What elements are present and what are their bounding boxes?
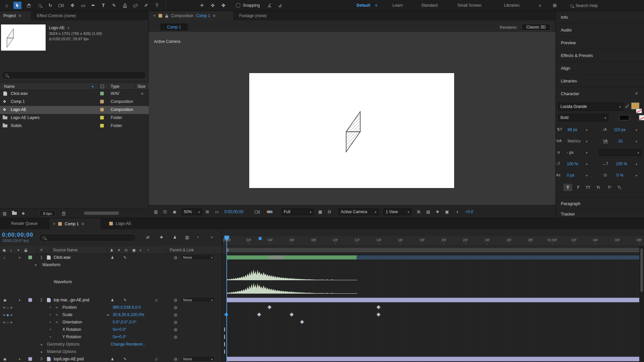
- property-row-material-options[interactable]: ▸ Material Options: [0, 348, 644, 355]
- waveform-expand-arrow-icon[interactable]: ▾: [35, 261, 37, 268]
- zoom-tool-icon[interactable]: [36, 2, 44, 9]
- home-icon[interactable]: ⌂: [3, 2, 11, 9]
- column-size[interactable]: Size: [138, 84, 145, 89]
- composition-nav-icon[interactable]: ▥: [154, 205, 158, 218]
- interpret-footage-icon[interactable]: ▥: [3, 208, 6, 218]
- pick-whip-icon[interactable]: ◎: [174, 254, 177, 261]
- hand-tool-icon[interactable]: [25, 2, 33, 9]
- motion-blur-icon[interactable]: ◔: [197, 235, 199, 240]
- tab-effect-controls[interactable]: Effect Controls (none): [37, 13, 76, 18]
- timeline-timecode[interactable]: 0;00;00;00: [2, 232, 33, 238]
- keyframe-diamond[interactable]: [267, 305, 272, 309]
- new-folder-icon[interactable]: [12, 212, 17, 215]
- constrain-proportions-icon[interactable]: ∞: [107, 311, 109, 318]
- vertical-scale-value[interactable]: 100 %: [567, 162, 578, 166]
- property-row-geometry-options[interactable]: ▸ Geometry Options Change Renderer...: [0, 341, 644, 348]
- keyframe-diamond[interactable]: [300, 320, 304, 324]
- hide-shy-layers-icon[interactable]: ♟: [173, 235, 177, 240]
- workspace-tab-default[interactable]: Default: [357, 3, 370, 8]
- property-name[interactable]: Material Options: [47, 348, 76, 355]
- snap-angle-icon[interactable]: ∠: [266, 2, 274, 9]
- stroke-style-dropdown[interactable]: [599, 149, 641, 156]
- expand-arrow-icon[interactable]: ▸: [41, 341, 43, 348]
- panel-audio[interactable]: Audio: [555, 24, 644, 37]
- panel-character[interactable]: Character: [555, 87, 644, 100]
- fast-previews-icon[interactable]: ▤: [426, 205, 430, 218]
- rasterize-switch-icon[interactable]: ✎: [123, 296, 126, 304]
- roto-brush-tool-icon[interactable]: ✐: [142, 2, 150, 9]
- panel-menu-icon[interactable]: ≡: [82, 222, 84, 226]
- video-enabled-icon[interactable]: ◉: [3, 296, 7, 304]
- project-row[interactable]: ❖ Comp 1 Composition: [0, 98, 149, 106]
- view-axis-mode-icon[interactable]: ✤: [219, 2, 227, 9]
- mask-visibility-icon[interactable]: ▭: [215, 205, 219, 218]
- property-row-position[interactable]: ◀◇▶ ◔ ≈ Position 960.0,538.5,0.0 ◎: [0, 304, 644, 311]
- puppet-pin-tool-icon[interactable]: [153, 2, 161, 9]
- layer-bar[interactable]: [226, 357, 642, 361]
- faux-bold-button[interactable]: T: [564, 184, 572, 191]
- layer-color-chip[interactable]: [28, 357, 32, 361]
- selection-tool-icon[interactable]: [13, 2, 21, 9]
- property-name[interactable]: Position: [62, 304, 77, 311]
- keyframe-diamond[interactable]: [257, 312, 261, 317]
- prev-keyframe-icon[interactable]: ◀: [3, 321, 5, 324]
- project-row[interactable]: Logo-AE Layers Folder: [0, 114, 149, 122]
- property-value[interactable]: 30.6,30.6,100.0%: [113, 311, 144, 318]
- rasterize-switch-icon[interactable]: ✎: [123, 254, 126, 261]
- property-name[interactable]: X Rotation: [62, 326, 81, 333]
- stroke-width-value[interactable]: - px: [567, 150, 574, 155]
- clone-stamp-tool-icon[interactable]: [121, 2, 129, 9]
- tracking-caret-icon[interactable]: [635, 139, 637, 143]
- workspace-tab-standard[interactable]: Standard: [421, 3, 438, 8]
- exposure-icon[interactable]: ◐: [457, 205, 459, 218]
- composition-canvas[interactable]: [249, 73, 454, 188]
- timeline-marker[interactable]: [259, 237, 262, 240]
- label-color-chip[interactable]: [100, 116, 104, 120]
- expand-arrow-icon[interactable]: ▸: [41, 348, 43, 355]
- renderer-button[interactable]: Classic 3D: [522, 24, 550, 31]
- eraser-tool-icon[interactable]: [131, 2, 140, 9]
- graph-editor-icon[interactable]: ≈: [211, 235, 213, 240]
- waveform-toggle-row[interactable]: ▾ Waveform: [0, 261, 644, 268]
- panel-menu-icon[interactable]: ≡: [18, 13, 21, 18]
- magnification-dropdown[interactable]: 50%: [181, 208, 202, 215]
- snap-edge-icon[interactable]: ⊿: [276, 2, 284, 9]
- audio-enabled-icon[interactable]: ♪: [3, 254, 5, 261]
- layer-color-chip[interactable]: [28, 255, 32, 259]
- pan-behind-tool-icon[interactable]: ✥: [68, 2, 76, 9]
- label-color-chip[interactable]: [100, 100, 104, 104]
- property-name[interactable]: Scale: [62, 311, 72, 318]
- layer-row[interactable]: ♪ ▾ 1 Click.wav ♟ ✎ ◎ None: [0, 254, 644, 261]
- stroke-width-swatch[interactable]: [619, 115, 629, 120]
- panel-tracker[interactable]: Tracker: [555, 210, 644, 218]
- viewer-timecode[interactable]: 0;00;00;00: [224, 205, 244, 218]
- label-color-chip[interactable]: [100, 108, 104, 112]
- snapping-checkbox[interactable]: [236, 3, 240, 7]
- column-parent-link[interactable]: Parent & Link: [170, 246, 194, 254]
- timeline-search-input[interactable]: [39, 234, 136, 242]
- all-caps-button[interactable]: TT: [584, 184, 592, 191]
- baseline-shift-value[interactable]: 0 px: [567, 173, 575, 178]
- pen-tool-icon[interactable]: ✒: [89, 2, 97, 9]
- layer-name[interactable]: top/Logo-AE.psd: [54, 355, 84, 362]
- three-d-layer-icon[interactable]: ◇: [155, 355, 158, 362]
- pick-whip-icon[interactable]: ◎: [174, 311, 177, 318]
- panel-preview[interactable]: Preview: [555, 37, 644, 49]
- pick-whip-icon[interactable]: ◎: [174, 304, 177, 311]
- layer-expand-arrow-icon[interactable]: ▾: [19, 296, 20, 304]
- leading-value[interactable]: 110 px: [614, 127, 626, 132]
- stopwatch-icon[interactable]: ◔: [49, 333, 51, 341]
- time-ruler[interactable]: 0:00f 02f 04f 06f 08f 10f 12f 14f 16f 18…: [222, 236, 644, 246]
- column-name[interactable]: Name: [4, 84, 15, 89]
- parent-link-dropdown[interactable]: None: [181, 297, 215, 303]
- three-d-layer-icon[interactable]: ◇: [155, 296, 158, 304]
- small-caps-button[interactable]: Tt: [594, 184, 602, 191]
- faux-italic-button[interactable]: T: [574, 184, 582, 191]
- workspace-menu-icon[interactable]: ≡: [375, 3, 377, 8]
- workspace-tab-libraries[interactable]: Libraries: [504, 3, 520, 8]
- sort-ascending-icon[interactable]: ▲: [91, 84, 94, 88]
- tab-project[interactable]: Project ≡: [0, 11, 31, 20]
- column-type[interactable]: Type: [111, 84, 119, 89]
- tab-timeline-comp[interactable]: × Comp 1 ≡: [50, 218, 101, 229]
- add-keyframe-icon[interactable]: ◇: [6, 320, 9, 324]
